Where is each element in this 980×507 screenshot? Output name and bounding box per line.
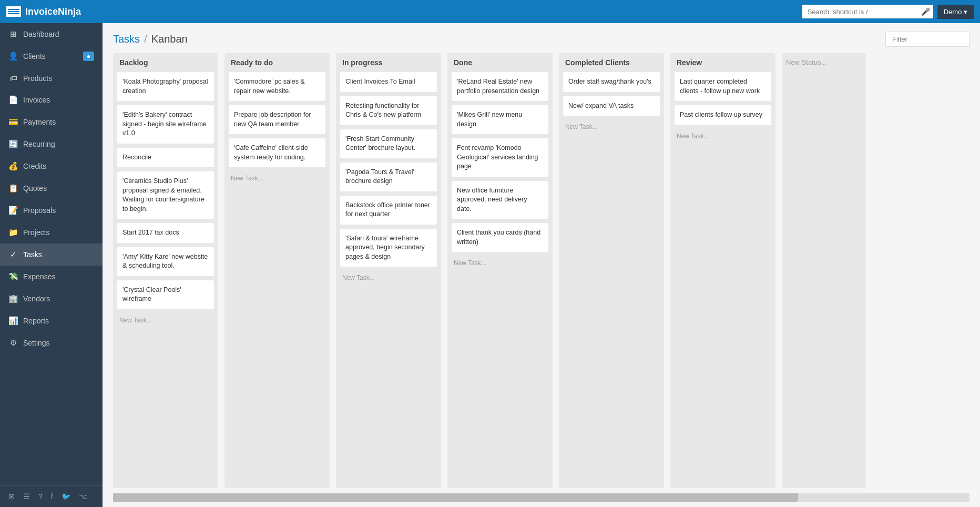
sidebar-item-label: Clients xyxy=(23,52,46,60)
sidebar-item-payments[interactable]: 💳 Payments xyxy=(0,111,103,133)
sidebar-item-proposals[interactable]: 📝 Proposals xyxy=(0,199,103,221)
top-nav: InvoiceNinja 🎤 Demo ▾ xyxy=(0,0,980,23)
app-name: InvoiceNinja xyxy=(25,6,81,17)
column-cards-in-progress: Client Invoices To EmailRetesting functi… xyxy=(340,72,437,483)
new-task-ready-to-do[interactable]: New Task... xyxy=(229,171,325,185)
kanban-card[interactable]: Client Invoices To Email xyxy=(340,72,437,92)
sidebar-item-label: Credits xyxy=(23,162,46,170)
kanban-column-review: ReviewLast quarter completed clients - f… xyxy=(670,53,775,488)
settings-icon: ⚙ xyxy=(8,338,18,348)
kanban-card[interactable]: 'Cafe Caffeine' client-side system ready… xyxy=(229,138,325,167)
sidebar-item-tasks[interactable]: ✓ Tasks xyxy=(0,244,103,266)
search-input[interactable] xyxy=(802,5,918,18)
search-wrapper: 🎤 xyxy=(802,5,933,18)
microphone-icon[interactable]: 🎤 xyxy=(918,5,933,18)
kanban-card[interactable]: Font revamp 'Komodo Geological' services… xyxy=(452,138,548,177)
tasks-icon: ✓ xyxy=(8,250,18,259)
column-cards-completed-clients: Order staff swag/thank you'sNew/ expand … xyxy=(563,72,660,483)
sidebar-item-label: Settings xyxy=(23,339,50,347)
kanban-column-in-progress: In progressClient Invoices To EmailRetes… xyxy=(336,53,441,488)
sidebar-item-projects[interactable]: 📁 Projects xyxy=(0,221,103,244)
demo-button[interactable]: Demo ▾ xyxy=(937,5,974,19)
sidebar-item-label: Proposals xyxy=(23,206,56,215)
svg-rect-0 xyxy=(8,9,19,10)
sidebar-item-label: Dashboard xyxy=(23,30,59,38)
breadcrumb-current: Kanban xyxy=(151,33,188,45)
sidebar-item-invoices[interactable]: 📄 Invoices xyxy=(0,89,103,111)
payments-icon: 💳 xyxy=(8,117,18,127)
clients-badge: ● xyxy=(83,52,94,61)
proposals-icon: 📝 xyxy=(8,206,18,215)
sidebar-item-quotes[interactable]: 📋 Quotes xyxy=(0,177,103,199)
list-icon[interactable]: ☰ xyxy=(23,492,30,501)
column-header-ready-to-do: Ready to do xyxy=(229,58,325,67)
new-task-done[interactable]: New Task... xyxy=(452,256,548,270)
github-icon[interactable]: ⌥ xyxy=(79,492,87,501)
quotes-icon: 📋 xyxy=(8,184,18,193)
new-task-review[interactable]: New Task... xyxy=(675,129,771,143)
kanban-card[interactable]: Prepare job description for new QA team … xyxy=(229,105,325,134)
scrollbar-thumb xyxy=(113,493,798,502)
invoices-icon: 📄 xyxy=(8,95,18,105)
breadcrumb: Tasks / Kanban xyxy=(113,33,188,45)
breadcrumb-root[interactable]: Tasks xyxy=(113,33,140,45)
sidebar-item-vendors[interactable]: 🏢 Vendors xyxy=(0,288,103,310)
kanban-card[interactable]: Order staff swag/thank you's xyxy=(563,72,660,92)
sidebar-item-label: Invoices xyxy=(23,96,50,104)
sidebar-item-products[interactable]: 🏷 Products xyxy=(0,67,103,89)
kanban-card[interactable]: 'Edith's Bakery' contract signed - begin… xyxy=(117,105,214,144)
horizontal-scrollbar[interactable] xyxy=(113,493,969,502)
sidebar-item-credits[interactable]: 💰 Credits xyxy=(0,155,103,177)
sidebar-item-label: Projects xyxy=(23,228,50,237)
kanban-card[interactable]: 'Commodore' pc sales & repair new websit… xyxy=(229,72,325,101)
column-cards-done: 'ReLand Real Estate' new portfolio prese… xyxy=(452,72,548,483)
kanban-column-backlog: Backlog'Koala Photography' proposal crea… xyxy=(113,53,218,488)
kanban-card[interactable]: New/ expand VA tasks xyxy=(563,96,660,116)
sidebar-item-label: Quotes xyxy=(23,184,47,192)
kanban-card[interactable]: Client thank you cards (hand written) xyxy=(452,223,548,252)
kanban-card[interactable]: 'Safari & tours' wireframe approved, beg… xyxy=(340,229,437,267)
sidebar-item-reports[interactable]: 📊 Reports xyxy=(0,310,103,332)
sidebar: ⊞ Dashboard 👤 Clients ● 🏷 Products 📄 Inv… xyxy=(0,23,103,507)
new-task-completed-clients[interactable]: New Task... xyxy=(563,120,660,134)
sidebar-item-expenses[interactable]: 💸 Expenses xyxy=(0,266,103,288)
kanban-card[interactable]: 'Amy' Kitty Kare' new website & scheduli… xyxy=(117,247,214,276)
help-icon[interactable]: ? xyxy=(38,492,43,501)
kanban-card[interactable]: New office furniture approved, need deli… xyxy=(452,181,548,219)
column-header-in-progress: In progress xyxy=(340,58,437,67)
kanban-card[interactable]: Reconcile xyxy=(117,148,214,168)
sidebar-item-settings[interactable]: ⚙ Settings xyxy=(0,332,103,354)
breadcrumb-separator: / xyxy=(144,33,147,45)
kanban-card[interactable]: Start 2017 tax docs xyxy=(117,223,214,243)
kanban-card[interactable]: 'Koala Photography' proposal creation xyxy=(117,72,214,101)
new-task-in-progress[interactable]: New Task... xyxy=(340,271,437,285)
sidebar-item-dashboard[interactable]: ⊞ Dashboard xyxy=(0,23,103,45)
kanban-column-done: Done'ReLand Real Estate' new portfolio p… xyxy=(447,53,553,488)
twitter-icon[interactable]: 🐦 xyxy=(62,492,70,501)
kanban-board: Backlog'Koala Photography' proposal crea… xyxy=(113,53,969,488)
kanban-card[interactable]: 'Mikes Grill' new menu design xyxy=(452,105,548,134)
kanban-card[interactable]: Retesting functionality for Chris & Co's… xyxy=(340,96,437,125)
sidebar-item-recurring[interactable]: 🔄 Recurring xyxy=(0,133,103,155)
kanban-card[interactable]: Last quarter completed clients - follow … xyxy=(675,72,771,101)
new-status-column[interactable]: New Status... xyxy=(782,53,866,488)
expenses-icon: 💸 xyxy=(8,272,18,281)
sidebar-item-clients[interactable]: 👤 Clients ● xyxy=(0,45,103,67)
new-task-backlog[interactable]: New Task... xyxy=(117,313,214,327)
kanban-card[interactable]: Past clients follow up survey xyxy=(675,105,771,125)
email-icon[interactable]: ✉ xyxy=(8,492,15,501)
sidebar-item-label: Payments xyxy=(23,118,56,126)
logo-icon xyxy=(6,6,21,17)
kanban-card[interactable]: Backstock office printer toner for next … xyxy=(340,196,437,225)
kanban-card[interactable]: 'Fresh Start Community Center' brochure … xyxy=(340,129,437,158)
sidebar-item-label: Expenses xyxy=(23,272,55,281)
kanban-card[interactable]: 'Ceramics Studio Plus' proposal signed &… xyxy=(117,171,214,219)
kanban-card[interactable]: 'ReLand Real Estate' new portfolio prese… xyxy=(452,72,548,101)
facebook-icon[interactable]: f xyxy=(51,492,53,501)
kanban-card[interactable]: 'Crystal Clear Pools' wireframe xyxy=(117,280,214,309)
filter-input[interactable] xyxy=(885,32,969,47)
sidebar-item-label: Vendors xyxy=(23,295,50,303)
sidebar-item-label: Reports xyxy=(23,317,49,325)
kanban-card[interactable]: 'Pagoda Tours & Travel' brochure design xyxy=(340,163,437,191)
column-header-done: Done xyxy=(452,58,548,67)
